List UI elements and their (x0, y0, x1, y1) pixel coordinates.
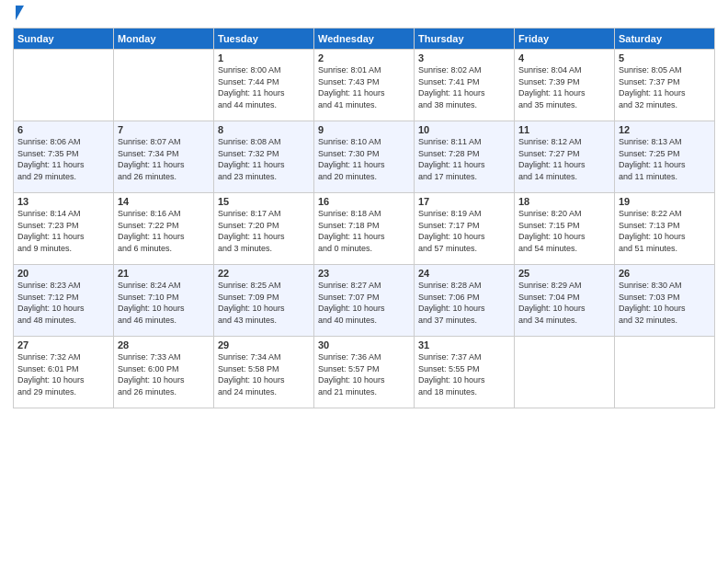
day-info: Sunrise: 8:07 AM Sunset: 7:34 PM Dayligh… (118, 136, 210, 182)
calendar-cell (14, 50, 114, 121)
calendar-cell: 30Sunrise: 7:36 AM Sunset: 5:57 PM Dayli… (314, 337, 415, 408)
day-number: 28 (118, 339, 210, 350)
day-info: Sunrise: 8:10 AM Sunset: 7:30 PM Dayligh… (318, 136, 410, 182)
calendar-cell (615, 337, 715, 408)
day-info: Sunrise: 8:16 AM Sunset: 7:22 PM Dayligh… (118, 208, 210, 254)
calendar-cell: 24Sunrise: 8:28 AM Sunset: 7:06 PM Dayli… (415, 265, 515, 337)
day-number: 31 (418, 339, 510, 350)
calendar-cell: 28Sunrise: 7:33 AM Sunset: 6:00 PM Dayli… (114, 337, 214, 408)
calendar-cell (515, 337, 615, 408)
day-info: Sunrise: 8:25 AM Sunset: 7:09 PM Dayligh… (218, 280, 310, 326)
calendar-cell: 2Sunrise: 8:01 AM Sunset: 7:43 PM Daylig… (314, 50, 415, 121)
calendar-cell: 20Sunrise: 8:23 AM Sunset: 7:12 PM Dayli… (14, 265, 114, 337)
calendar-cell: 7Sunrise: 8:07 AM Sunset: 7:34 PM Daylig… (114, 121, 214, 193)
day-number: 9 (318, 124, 410, 135)
col-header-tuesday: Tuesday (214, 29, 314, 50)
calendar-cell: 16Sunrise: 8:18 AM Sunset: 7:18 PM Dayli… (314, 193, 415, 265)
calendar-cell: 10Sunrise: 8:11 AM Sunset: 7:28 PM Dayli… (415, 121, 515, 193)
calendar-page: SundayMondayTuesdayWednesdayThursdayFrid… (0, 0, 728, 563)
day-number: 21 (118, 268, 210, 279)
calendar-cell: 1Sunrise: 8:00 AM Sunset: 7:44 PM Daylig… (214, 50, 314, 121)
day-number: 8 (218, 124, 310, 135)
day-info: Sunrise: 8:13 AM Sunset: 7:25 PM Dayligh… (619, 136, 711, 182)
day-info: Sunrise: 7:37 AM Sunset: 5:55 PM Dayligh… (418, 351, 510, 397)
day-info: Sunrise: 8:14 AM Sunset: 7:23 PM Dayligh… (17, 208, 109, 254)
day-number: 18 (518, 196, 610, 207)
day-info: Sunrise: 8:06 AM Sunset: 7:35 PM Dayligh… (17, 136, 109, 182)
week-row-3: 20Sunrise: 8:23 AM Sunset: 7:12 PM Dayli… (14, 265, 715, 337)
day-number: 13 (17, 196, 109, 207)
calendar-cell: 17Sunrise: 8:19 AM Sunset: 7:17 PM Dayli… (415, 193, 515, 265)
day-info: Sunrise: 8:20 AM Sunset: 7:15 PM Dayligh… (518, 208, 610, 254)
col-header-wednesday: Wednesday (314, 29, 415, 50)
day-number: 6 (17, 124, 109, 135)
day-number: 5 (619, 52, 711, 63)
day-number: 3 (418, 52, 510, 63)
col-header-thursday: Thursday (415, 29, 515, 50)
day-info: Sunrise: 8:01 AM Sunset: 7:43 PM Dayligh… (318, 64, 410, 110)
day-info: Sunrise: 8:22 AM Sunset: 7:13 PM Dayligh… (619, 208, 711, 254)
col-header-monday: Monday (114, 29, 214, 50)
col-header-sunday: Sunday (14, 29, 114, 50)
day-number: 14 (118, 196, 210, 207)
day-info: Sunrise: 8:18 AM Sunset: 7:18 PM Dayligh… (318, 208, 410, 254)
day-info: Sunrise: 7:34 AM Sunset: 5:58 PM Dayligh… (218, 351, 310, 397)
day-number: 19 (619, 196, 711, 207)
calendar-cell: 4Sunrise: 8:04 AM Sunset: 7:39 PM Daylig… (515, 50, 615, 121)
week-row-0: 1Sunrise: 8:00 AM Sunset: 7:44 PM Daylig… (14, 50, 715, 121)
day-info: Sunrise: 8:24 AM Sunset: 7:10 PM Dayligh… (118, 280, 210, 326)
calendar-cell: 3Sunrise: 8:02 AM Sunset: 7:41 PM Daylig… (415, 50, 515, 121)
logo (13, 9, 24, 20)
day-info: Sunrise: 8:19 AM Sunset: 7:17 PM Dayligh… (418, 208, 510, 254)
week-row-4: 27Sunrise: 7:32 AM Sunset: 6:01 PM Dayli… (14, 337, 715, 408)
day-info: Sunrise: 8:08 AM Sunset: 7:32 PM Dayligh… (218, 136, 310, 182)
col-header-saturday: Saturday (615, 29, 715, 50)
header-row: SundayMondayTuesdayWednesdayThursdayFrid… (14, 29, 715, 50)
calendar-cell: 22Sunrise: 8:25 AM Sunset: 7:09 PM Dayli… (214, 265, 314, 337)
week-row-2: 13Sunrise: 8:14 AM Sunset: 7:23 PM Dayli… (14, 193, 715, 265)
calendar-cell: 31Sunrise: 7:37 AM Sunset: 5:55 PM Dayli… (415, 337, 515, 408)
day-info: Sunrise: 8:17 AM Sunset: 7:20 PM Dayligh… (218, 208, 310, 254)
calendar-cell: 29Sunrise: 7:34 AM Sunset: 5:58 PM Dayli… (214, 337, 314, 408)
header (13, 9, 715, 20)
day-info: Sunrise: 8:23 AM Sunset: 7:12 PM Dayligh… (17, 280, 109, 326)
day-number: 15 (218, 196, 310, 207)
day-number: 24 (418, 268, 510, 279)
logo-triangle-icon (16, 6, 24, 20)
calendar-cell: 13Sunrise: 8:14 AM Sunset: 7:23 PM Dayli… (14, 193, 114, 265)
day-number: 29 (218, 339, 310, 350)
day-number: 4 (518, 52, 610, 63)
day-number: 17 (418, 196, 510, 207)
calendar-cell: 25Sunrise: 8:29 AM Sunset: 7:04 PM Dayli… (515, 265, 615, 337)
calendar-cell: 14Sunrise: 8:16 AM Sunset: 7:22 PM Dayli… (114, 193, 214, 265)
calendar-cell: 9Sunrise: 8:10 AM Sunset: 7:30 PM Daylig… (314, 121, 415, 193)
calendar-cell (114, 50, 214, 121)
calendar-cell: 27Sunrise: 7:32 AM Sunset: 6:01 PM Dayli… (14, 337, 114, 408)
calendar-cell: 6Sunrise: 8:06 AM Sunset: 7:35 PM Daylig… (14, 121, 114, 193)
calendar-cell: 11Sunrise: 8:12 AM Sunset: 7:27 PM Dayli… (515, 121, 615, 193)
day-info: Sunrise: 8:12 AM Sunset: 7:27 PM Dayligh… (518, 136, 610, 182)
calendar-cell: 18Sunrise: 8:20 AM Sunset: 7:15 PM Dayli… (515, 193, 615, 265)
day-number: 25 (518, 268, 610, 279)
day-info: Sunrise: 8:00 AM Sunset: 7:44 PM Dayligh… (218, 64, 310, 110)
day-number: 27 (17, 339, 109, 350)
day-number: 10 (418, 124, 510, 135)
day-info: Sunrise: 8:04 AM Sunset: 7:39 PM Dayligh… (518, 64, 610, 110)
calendar-table: SundayMondayTuesdayWednesdayThursdayFrid… (13, 28, 715, 408)
calendar-cell: 26Sunrise: 8:30 AM Sunset: 7:03 PM Dayli… (615, 265, 715, 337)
day-number: 23 (318, 268, 410, 279)
calendar-cell: 21Sunrise: 8:24 AM Sunset: 7:10 PM Dayli… (114, 265, 214, 337)
day-info: Sunrise: 8:28 AM Sunset: 7:06 PM Dayligh… (418, 280, 510, 326)
day-number: 30 (318, 339, 410, 350)
day-info: Sunrise: 8:02 AM Sunset: 7:41 PM Dayligh… (418, 64, 510, 110)
day-info: Sunrise: 7:32 AM Sunset: 6:01 PM Dayligh… (17, 351, 109, 397)
day-info: Sunrise: 8:29 AM Sunset: 7:04 PM Dayligh… (518, 280, 610, 326)
week-row-1: 6Sunrise: 8:06 AM Sunset: 7:35 PM Daylig… (14, 121, 715, 193)
calendar-cell: 12Sunrise: 8:13 AM Sunset: 7:25 PM Dayli… (615, 121, 715, 193)
day-number: 11 (518, 124, 610, 135)
day-info: Sunrise: 8:27 AM Sunset: 7:07 PM Dayligh… (318, 280, 410, 326)
day-number: 22 (218, 268, 310, 279)
day-info: Sunrise: 8:11 AM Sunset: 7:28 PM Dayligh… (418, 136, 510, 182)
calendar-cell: 8Sunrise: 8:08 AM Sunset: 7:32 PM Daylig… (214, 121, 314, 193)
day-number: 2 (318, 52, 410, 63)
